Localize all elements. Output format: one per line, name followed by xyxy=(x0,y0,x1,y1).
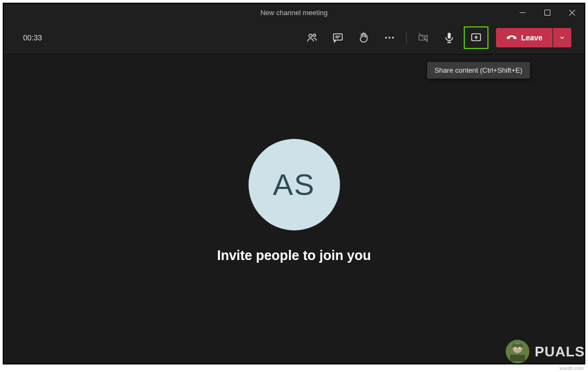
hangup-icon xyxy=(506,32,517,43)
window-title: New channel meeting xyxy=(78,9,510,17)
avatar-initials: AS xyxy=(273,167,315,202)
watermark: PUALS xyxy=(505,339,585,364)
svg-point-3 xyxy=(313,34,315,36)
meeting-timer: 00:33 xyxy=(23,33,42,42)
meeting-toolbar: 00:33 xyxy=(4,21,584,54)
svg-rect-0 xyxy=(520,12,526,13)
minimize-button[interactable] xyxy=(510,4,535,21)
people-icon xyxy=(306,32,318,44)
leave-dropdown-button[interactable] xyxy=(553,28,571,47)
svg-rect-13 xyxy=(512,344,523,348)
watermark-logo-icon xyxy=(505,339,530,364)
svg-rect-1 xyxy=(544,10,550,15)
watermark-caption: wsxdn.com xyxy=(559,366,584,371)
more-actions-button[interactable] xyxy=(378,27,401,48)
svg-point-7 xyxy=(392,37,394,38)
participant-avatar: AS xyxy=(249,139,340,230)
minimize-icon xyxy=(520,12,526,13)
svg-point-16 xyxy=(519,347,521,349)
camera-toggle-button[interactable] xyxy=(412,27,435,48)
close-icon xyxy=(569,10,575,16)
chat-icon xyxy=(332,32,344,44)
share-screen-icon xyxy=(470,32,482,44)
svg-rect-9 xyxy=(448,32,451,38)
app-window: New channel meeting 00:33 xyxy=(3,3,585,364)
more-icon xyxy=(384,32,395,44)
microphone-icon xyxy=(443,32,455,44)
svg-point-6 xyxy=(388,37,390,38)
raise-hand-icon xyxy=(358,32,370,44)
svg-point-5 xyxy=(385,37,387,38)
svg-rect-4 xyxy=(334,33,343,40)
camera-off-icon xyxy=(417,32,430,44)
meeting-controls: Leave xyxy=(301,26,571,49)
maximize-icon xyxy=(544,10,550,16)
toolbar-divider xyxy=(406,31,407,44)
watermark-brand: PUALS xyxy=(535,343,585,360)
title-bar: New channel meeting xyxy=(4,4,584,21)
meeting-stage: AS Invite people to join you xyxy=(4,54,584,363)
share-content-button[interactable] xyxy=(465,27,487,48)
invite-message: Invite people to join you xyxy=(217,248,371,263)
chat-button[interactable] xyxy=(327,27,349,48)
share-content-highlight xyxy=(464,26,488,49)
svg-rect-14 xyxy=(510,355,525,361)
raise-hand-button[interactable] xyxy=(352,27,375,48)
leave-button[interactable]: Leave xyxy=(496,28,552,47)
maximize-button[interactable] xyxy=(535,4,559,21)
svg-point-15 xyxy=(514,347,516,349)
share-content-tooltip: Share content (Ctrl+Shift+E) xyxy=(427,62,530,79)
people-button[interactable] xyxy=(301,27,323,48)
leave-group: Leave xyxy=(496,28,571,47)
leave-label: Leave xyxy=(521,33,543,42)
microphone-toggle-button[interactable] xyxy=(438,27,461,48)
svg-point-2 xyxy=(309,34,312,37)
close-button[interactable] xyxy=(559,4,584,21)
chevron-down-icon xyxy=(559,34,565,41)
window-controls xyxy=(510,4,584,21)
